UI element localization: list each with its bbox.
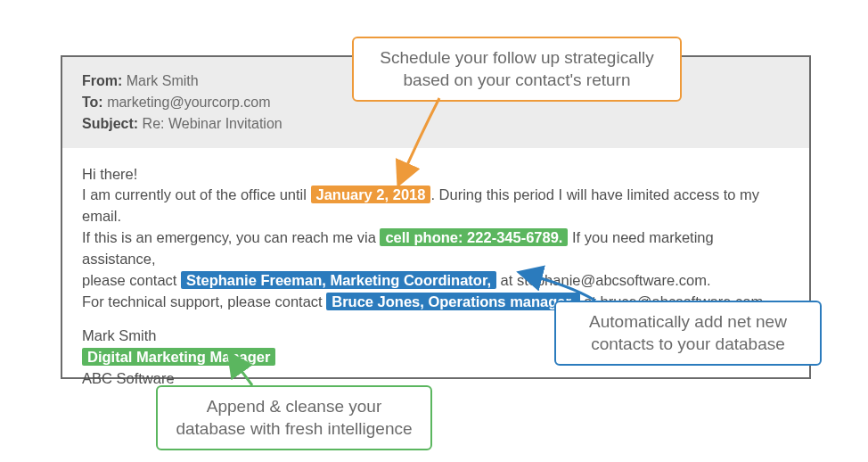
body-line-2: If this is an emergency, you can reach m…: [82, 227, 790, 270]
subject-row: Subject: Re: Webinar Invitation: [82, 113, 790, 134]
from-value: Mark Smith: [127, 73, 199, 88]
text: at stephanie@abcsoftware.com.: [496, 272, 711, 288]
highlight-signature-title: Digital Marketing Manager: [82, 348, 275, 366]
text: For technical support, please contact: [82, 293, 326, 309]
subject-label: Subject:: [82, 116, 138, 131]
body-line-3: please contact Stephanie Freeman, Market…: [82, 270, 790, 292]
to-value: marketing@yourcorp.com: [107, 95, 270, 110]
callout-append-cleanse: Append & cleanse your database with fres…: [156, 385, 432, 450]
text: please contact: [82, 272, 181, 288]
callout-add-contacts: Automatically add net new contacts to yo…: [554, 301, 822, 366]
from-label: From:: [82, 73, 122, 88]
callout-schedule-followup: Schedule your follow up strategically ba…: [352, 37, 682, 102]
text: If this is an emergency, you can reach m…: [82, 229, 380, 245]
highlight-contact-1: Stephanie Freeman, Marketing Coordinator…: [181, 271, 496, 289]
body-line-1: I am currently out of the office until J…: [82, 185, 790, 227]
highlight-contact-2: Bruce Jones, Operations manager,: [326, 293, 579, 310]
greeting: Hi there!: [82, 164, 790, 186]
subject-value: Re: Webinar Invitation: [143, 116, 283, 131]
to-label: To:: [82, 95, 103, 110]
highlight-cell-phone: cell phone: 222-345-6789.: [380, 228, 568, 246]
highlight-return-date: January 2, 2018: [311, 186, 431, 203]
text: I am currently out of the office until: [82, 186, 311, 202]
